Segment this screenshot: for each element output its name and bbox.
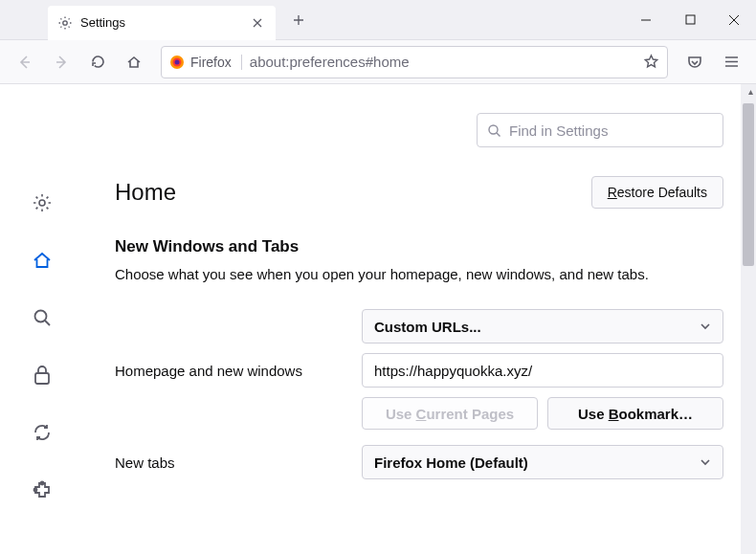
bookmark-star-icon[interactable] — [643, 54, 659, 70]
chevron-down-icon — [700, 456, 711, 468]
minimize-button[interactable] — [624, 0, 668, 40]
sidebar — [0, 84, 84, 554]
sidebar-item-extensions[interactable] — [25, 473, 59, 507]
urlbar-identity-label: Firefox — [190, 55, 242, 70]
svg-point-0 — [63, 20, 67, 24]
section-title: New Windows and Tabs — [115, 237, 723, 256]
sidebar-item-sync[interactable] — [25, 415, 59, 450]
url-bar[interactable]: Firefox about:preferences#home — [161, 46, 668, 78]
main-panel: Home Restore Defaults New Windows and Ta… — [84, 84, 756, 554]
titlebar: Settings — [0, 0, 756, 40]
newtabs-label: New tabs — [115, 454, 350, 471]
select-value: Firefox Home (Default) — [374, 454, 528, 471]
search-icon — [487, 123, 501, 138]
urlbar-url: about:preferences#home — [250, 54, 635, 70]
scrollbar[interactable]: ▴ — [741, 84, 756, 554]
pocket-icon[interactable] — [679, 47, 710, 78]
gear-icon — [57, 15, 73, 31]
use-bookmark-button[interactable]: Use Bookmark… — [547, 397, 723, 430]
browser-tab[interactable]: Settings — [48, 6, 276, 40]
page-title: Home — [115, 179, 176, 206]
menu-icon[interactable] — [716, 47, 746, 78]
sidebar-item-general[interactable] — [25, 186, 59, 220]
sidebar-item-search[interactable] — [25, 300, 59, 335]
new-tab-button[interactable] — [285, 7, 312, 33]
urlbar-identity: Firefox — [169, 55, 242, 70]
svg-point-10 — [489, 125, 498, 134]
section-description: Choose what you see when you open your h… — [115, 264, 723, 284]
select-value: Custom URLs... — [374, 319, 481, 335]
content-area: Home Restore Defaults New Windows and Ta… — [0, 84, 756, 554]
close-tab-icon[interactable] — [249, 14, 266, 32]
reload-button[interactable] — [82, 47, 113, 78]
sidebar-item-home[interactable] — [25, 243, 59, 277]
restore-defaults-button[interactable]: Restore Defaults — [591, 176, 723, 209]
svg-point-6 — [35, 311, 47, 322]
maximize-button[interactable] — [668, 0, 712, 40]
scroll-up-icon[interactable]: ▴ — [748, 86, 753, 97]
close-window-button[interactable] — [712, 0, 756, 40]
settings-search-input[interactable] — [509, 122, 713, 139]
homepage-mode-select[interactable]: Custom URLs... — [362, 309, 723, 343]
window-controls — [624, 0, 756, 40]
forward-button[interactable] — [46, 47, 77, 78]
svg-point-5 — [39, 200, 45, 206]
homepage-url-input[interactable] — [362, 353, 723, 388]
toolbar: Firefox about:preferences#home — [0, 40, 756, 84]
firefox-icon — [169, 55, 185, 70]
svg-rect-1 — [686, 15, 695, 24]
svg-point-4 — [175, 59, 180, 64]
scrollbar-thumb[interactable] — [743, 103, 754, 266]
sidebar-item-privacy[interactable] — [25, 358, 59, 392]
use-current-pages-button[interactable]: Use Current Pages — [362, 397, 538, 430]
home-button[interactable] — [119, 47, 149, 78]
chevron-down-icon — [700, 321, 711, 332]
back-button[interactable] — [10, 47, 40, 78]
settings-search-box[interactable] — [477, 113, 723, 147]
newtabs-mode-select[interactable]: Firefox Home (Default) — [362, 445, 723, 479]
svg-rect-7 — [35, 373, 49, 384]
homepage-label: Homepage and new windows — [115, 363, 350, 379]
tab-title: Settings — [80, 15, 241, 30]
